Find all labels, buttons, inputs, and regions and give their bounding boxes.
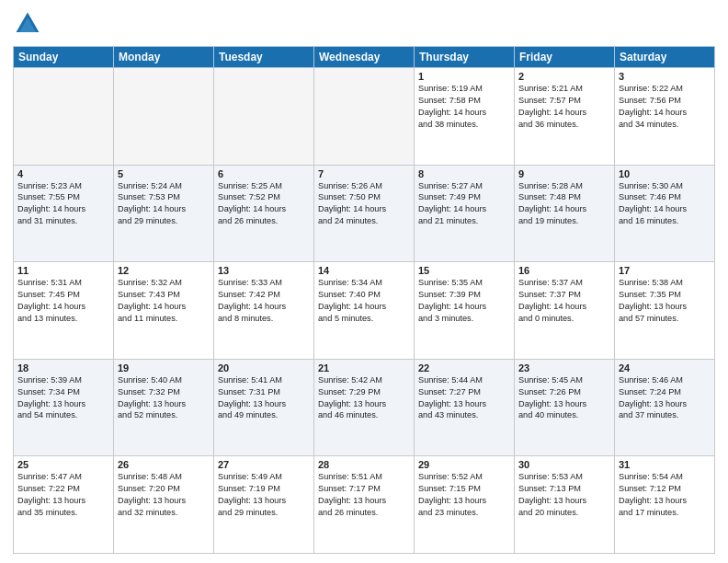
day-number: 22 bbox=[418, 362, 510, 373]
day-number: 20 bbox=[218, 362, 310, 373]
day-header-thursday: Thursday bbox=[415, 47, 515, 68]
calendar-day-10: 10Sunrise: 5:30 AM Sunset: 7:46 PM Dayli… bbox=[615, 165, 715, 262]
day-info: Sunrise: 5:45 AM Sunset: 7:26 PM Dayligh… bbox=[518, 374, 610, 422]
day-number: 29 bbox=[418, 459, 510, 470]
day-info: Sunrise: 5:21 AM Sunset: 7:57 PM Dayligh… bbox=[518, 83, 610, 131]
calendar-day-18: 18Sunrise: 5:39 AM Sunset: 7:34 PM Dayli… bbox=[14, 359, 114, 456]
day-number: 27 bbox=[218, 459, 310, 470]
day-info: Sunrise: 5:37 AM Sunset: 7:37 PM Dayligh… bbox=[518, 277, 610, 325]
calendar-day-12: 12Sunrise: 5:32 AM Sunset: 7:43 PM Dayli… bbox=[114, 262, 214, 360]
calendar-day-1: 1Sunrise: 5:19 AM Sunset: 7:58 PM Daylig… bbox=[415, 68, 515, 166]
calendar-day-30: 30Sunrise: 5:53 AM Sunset: 7:13 PM Dayli… bbox=[515, 456, 615, 554]
calendar-day-25: 25Sunrise: 5:47 AM Sunset: 7:22 PM Dayli… bbox=[14, 456, 114, 554]
day-info: Sunrise: 5:31 AM Sunset: 7:45 PM Dayligh… bbox=[17, 277, 109, 325]
day-number: 21 bbox=[318, 362, 410, 373]
calendar-day-empty bbox=[214, 68, 314, 166]
calendar-day-4: 4Sunrise: 5:23 AM Sunset: 7:55 PM Daylig… bbox=[14, 165, 114, 262]
calendar-day-24: 24Sunrise: 5:46 AM Sunset: 7:24 PM Dayli… bbox=[615, 359, 715, 456]
calendar-day-14: 14Sunrise: 5:34 AM Sunset: 7:40 PM Dayli… bbox=[314, 262, 415, 360]
day-number: 17 bbox=[619, 265, 711, 276]
day-info: Sunrise: 5:53 AM Sunset: 7:13 PM Dayligh… bbox=[518, 471, 610, 519]
day-info: Sunrise: 5:24 AM Sunset: 7:53 PM Dayligh… bbox=[118, 180, 210, 228]
day-number: 5 bbox=[118, 168, 210, 179]
day-info: Sunrise: 5:19 AM Sunset: 7:58 PM Dayligh… bbox=[418, 83, 510, 131]
day-number: 4 bbox=[17, 168, 109, 179]
calendar-day-31: 31Sunrise: 5:54 AM Sunset: 7:12 PM Dayli… bbox=[615, 456, 715, 554]
calendar-day-empty bbox=[314, 68, 415, 166]
day-info: Sunrise: 5:32 AM Sunset: 7:43 PM Dayligh… bbox=[118, 277, 210, 325]
header bbox=[13, 9, 715, 39]
day-header-monday: Monday bbox=[114, 47, 214, 68]
day-info: Sunrise: 5:27 AM Sunset: 7:49 PM Dayligh… bbox=[418, 180, 510, 228]
calendar-day-23: 23Sunrise: 5:45 AM Sunset: 7:26 PM Dayli… bbox=[515, 359, 615, 456]
calendar-week-row: 1Sunrise: 5:19 AM Sunset: 7:58 PM Daylig… bbox=[14, 68, 715, 166]
calendar-day-5: 5Sunrise: 5:24 AM Sunset: 7:53 PM Daylig… bbox=[114, 165, 214, 262]
day-info: Sunrise: 5:38 AM Sunset: 7:35 PM Dayligh… bbox=[619, 277, 711, 325]
day-header-wednesday: Wednesday bbox=[314, 47, 415, 68]
day-number: 25 bbox=[17, 459, 109, 470]
day-number: 13 bbox=[218, 265, 310, 276]
calendar-day-28: 28Sunrise: 5:51 AM Sunset: 7:17 PM Dayli… bbox=[314, 456, 415, 554]
calendar-day-16: 16Sunrise: 5:37 AM Sunset: 7:37 PM Dayli… bbox=[515, 262, 615, 360]
calendar-day-17: 17Sunrise: 5:38 AM Sunset: 7:35 PM Dayli… bbox=[615, 262, 715, 360]
calendar-day-empty bbox=[14, 68, 114, 166]
calendar-day-19: 19Sunrise: 5:40 AM Sunset: 7:32 PM Dayli… bbox=[114, 359, 214, 456]
day-info: Sunrise: 5:33 AM Sunset: 7:42 PM Dayligh… bbox=[218, 277, 310, 325]
day-info: Sunrise: 5:34 AM Sunset: 7:40 PM Dayligh… bbox=[318, 277, 410, 325]
day-info: Sunrise: 5:42 AM Sunset: 7:29 PM Dayligh… bbox=[318, 374, 410, 422]
day-info: Sunrise: 5:23 AM Sunset: 7:55 PM Dayligh… bbox=[17, 180, 109, 228]
day-info: Sunrise: 5:51 AM Sunset: 7:17 PM Dayligh… bbox=[318, 471, 410, 519]
calendar-day-11: 11Sunrise: 5:31 AM Sunset: 7:45 PM Dayli… bbox=[14, 262, 114, 360]
day-header-sunday: Sunday bbox=[14, 47, 114, 68]
day-number: 18 bbox=[17, 362, 109, 373]
calendar-day-26: 26Sunrise: 5:48 AM Sunset: 7:20 PM Dayli… bbox=[114, 456, 214, 554]
calendar-day-20: 20Sunrise: 5:41 AM Sunset: 7:31 PM Dayli… bbox=[214, 359, 314, 456]
day-number: 11 bbox=[17, 265, 109, 276]
calendar-day-8: 8Sunrise: 5:27 AM Sunset: 7:49 PM Daylig… bbox=[415, 165, 515, 262]
day-info: Sunrise: 5:25 AM Sunset: 7:52 PM Dayligh… bbox=[218, 180, 310, 228]
logo bbox=[13, 9, 46, 39]
calendar-day-13: 13Sunrise: 5:33 AM Sunset: 7:42 PM Dayli… bbox=[214, 262, 314, 360]
calendar-day-22: 22Sunrise: 5:44 AM Sunset: 7:27 PM Dayli… bbox=[415, 359, 515, 456]
day-info: Sunrise: 5:46 AM Sunset: 7:24 PM Dayligh… bbox=[619, 374, 711, 422]
day-header-tuesday: Tuesday bbox=[214, 47, 314, 68]
day-info: Sunrise: 5:22 AM Sunset: 7:56 PM Dayligh… bbox=[619, 83, 711, 131]
day-info: Sunrise: 5:41 AM Sunset: 7:31 PM Dayligh… bbox=[218, 374, 310, 422]
day-info: Sunrise: 5:26 AM Sunset: 7:50 PM Dayligh… bbox=[318, 180, 410, 228]
day-number: 28 bbox=[318, 459, 410, 470]
page: SundayMondayTuesdayWednesdayThursdayFrid… bbox=[0, 0, 728, 563]
day-info: Sunrise: 5:47 AM Sunset: 7:22 PM Dayligh… bbox=[17, 471, 109, 519]
day-number: 6 bbox=[218, 168, 310, 179]
day-number: 2 bbox=[518, 71, 610, 82]
day-number: 8 bbox=[418, 168, 510, 179]
calendar-day-21: 21Sunrise: 5:42 AM Sunset: 7:29 PM Dayli… bbox=[314, 359, 415, 456]
day-number: 12 bbox=[118, 265, 210, 276]
day-number: 10 bbox=[619, 168, 711, 179]
day-info: Sunrise: 5:40 AM Sunset: 7:32 PM Dayligh… bbox=[118, 374, 210, 422]
day-header-friday: Friday bbox=[515, 47, 615, 68]
calendar-week-row: 25Sunrise: 5:47 AM Sunset: 7:22 PM Dayli… bbox=[14, 456, 715, 554]
day-info: Sunrise: 5:39 AM Sunset: 7:34 PM Dayligh… bbox=[17, 374, 109, 422]
calendar-day-7: 7Sunrise: 5:26 AM Sunset: 7:50 PM Daylig… bbox=[314, 165, 415, 262]
day-info: Sunrise: 5:54 AM Sunset: 7:12 PM Dayligh… bbox=[619, 471, 711, 519]
day-info: Sunrise: 5:44 AM Sunset: 7:27 PM Dayligh… bbox=[418, 374, 510, 422]
day-number: 19 bbox=[118, 362, 210, 373]
logo-icon bbox=[13, 9, 42, 39]
calendar-day-2: 2Sunrise: 5:21 AM Sunset: 7:57 PM Daylig… bbox=[515, 68, 615, 166]
day-info: Sunrise: 5:49 AM Sunset: 7:19 PM Dayligh… bbox=[218, 471, 310, 519]
day-number: 16 bbox=[518, 265, 610, 276]
calendar-day-15: 15Sunrise: 5:35 AM Sunset: 7:39 PM Dayli… bbox=[415, 262, 515, 360]
day-info: Sunrise: 5:28 AM Sunset: 7:48 PM Dayligh… bbox=[518, 180, 610, 228]
day-number: 9 bbox=[518, 168, 610, 179]
calendar-day-empty bbox=[114, 68, 214, 166]
calendar-week-row: 18Sunrise: 5:39 AM Sunset: 7:34 PM Dayli… bbox=[14, 359, 715, 456]
day-number: 15 bbox=[418, 265, 510, 276]
calendar-day-9: 9Sunrise: 5:28 AM Sunset: 7:48 PM Daylig… bbox=[515, 165, 615, 262]
calendar-day-29: 29Sunrise: 5:52 AM Sunset: 7:15 PM Dayli… bbox=[415, 456, 515, 554]
calendar-table: SundayMondayTuesdayWednesdayThursdayFrid… bbox=[13, 46, 715, 554]
calendar-week-row: 11Sunrise: 5:31 AM Sunset: 7:45 PM Dayli… bbox=[14, 262, 715, 360]
day-number: 1 bbox=[418, 71, 510, 82]
day-number: 30 bbox=[518, 459, 610, 470]
calendar-day-6: 6Sunrise: 5:25 AM Sunset: 7:52 PM Daylig… bbox=[214, 165, 314, 262]
day-number: 3 bbox=[619, 71, 711, 82]
